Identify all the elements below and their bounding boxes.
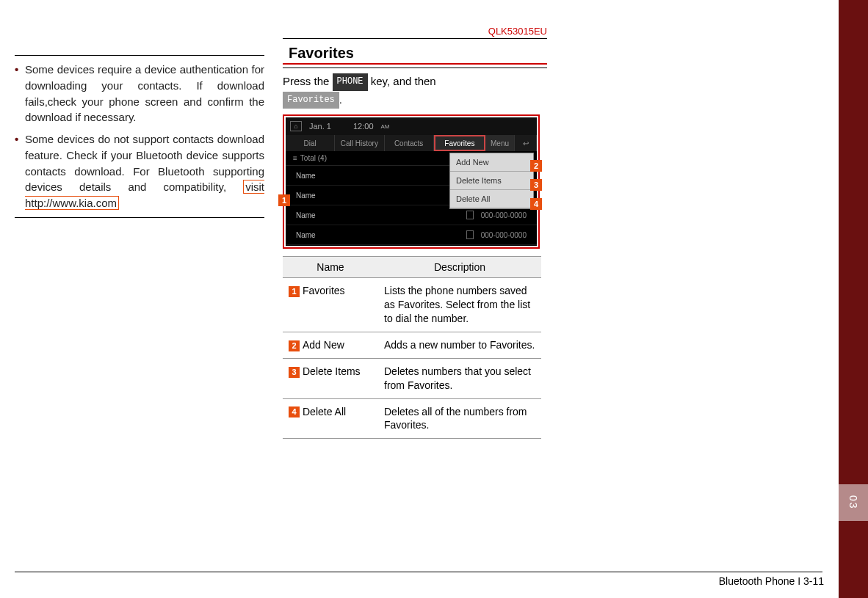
note-bullet-2: • Some devices do not support contacts d…	[15, 131, 264, 211]
chapter-tab: 03	[839, 484, 868, 521]
instr-suffix: .	[339, 93, 342, 106]
mobile-icon	[466, 230, 474, 239]
right-column: QLK53015EU Favorites Press the PHONE key…	[283, 26, 547, 439]
status-date: Jan. 1	[309, 122, 331, 131]
tab-contacts[interactable]: Contacts	[385, 135, 434, 151]
phone-key: PHONE	[333, 73, 368, 90]
th-name: Name	[283, 257, 378, 278]
row-desc: Deletes numbers that you select from Fav…	[378, 358, 541, 398]
row-name: Delete Items	[303, 365, 361, 377]
table-row: 2Add New Adds a new number to Favorites.	[283, 332, 541, 358]
row-phone: 000-000-0000	[481, 231, 527, 239]
table-row: 3Delete Items Deletes numbers that you s…	[283, 358, 541, 398]
row-name: Delete All	[303, 406, 346, 417]
table-row: 1Favorites Lists the phone numbers saved…	[283, 278, 541, 332]
row-name: Name	[296, 211, 466, 219]
callout-1: 1	[278, 194, 290, 206]
mobile-icon	[466, 211, 474, 219]
tab-dial[interactable]: Dial	[286, 135, 335, 151]
row-num: 3	[289, 367, 300, 378]
description-table: Name Description 1Favorites Lists the ph…	[283, 256, 541, 439]
instr-prefix: Press the	[283, 75, 333, 87]
rule	[283, 68, 547, 68]
row-name: Favorites	[303, 285, 345, 296]
row-desc: Deletes all of the numbers from Favorite…	[378, 398, 541, 439]
note-bullet-1: • Some devices require a device authenti…	[15, 62, 264, 125]
tab-favorites[interactable]: Favorites	[434, 135, 485, 151]
tab-menu[interactable]: Menu	[485, 135, 515, 151]
rule	[15, 55, 264, 56]
list-icon: ≡	[293, 154, 297, 162]
table-row: 4Delete All Deletes all of the numbers f…	[283, 398, 541, 439]
callout-3: 3	[530, 179, 542, 191]
row-name: Add New	[303, 339, 344, 351]
note-text-2: Some devices do not support contacts dow…	[25, 133, 264, 193]
menu-add-new[interactable]: Add New	[450, 153, 533, 172]
row-num: 2	[289, 340, 300, 351]
th-description: Description	[378, 257, 541, 278]
favorites-key: Favorites	[283, 92, 339, 109]
doc-code: QLK53015EU	[283, 26, 547, 37]
instruction-text: Press the PHONE key, and then Favorites.	[283, 73, 547, 109]
row-num: 4	[289, 406, 300, 417]
row-phone: 000-000-0000	[481, 211, 527, 219]
row-name: Name	[296, 231, 466, 239]
screenshot-wrapper: ⌂ Jan. 1 12:00 AM Dial Call History Cont…	[283, 114, 540, 249]
rule	[15, 217, 264, 218]
bullet-dot: •	[15, 131, 18, 147]
note-text-1: Some devices require a device authentica…	[25, 63, 264, 123]
instr-mid: key, and then	[371, 75, 436, 87]
home-icon: ⌂	[290, 121, 302, 131]
infotainment-screenshot: ⌂ Jan. 1 12:00 AM Dial Call History Cont…	[286, 117, 537, 246]
callout-2: 2	[530, 160, 542, 172]
row-desc: Adds a new number to Favorites.	[378, 332, 541, 358]
total-label: Total (4)	[300, 154, 327, 162]
menu-delete-all[interactable]: Delete All	[450, 190, 533, 208]
footer-text: Bluetooth Phone I 3-11	[719, 575, 824, 587]
bullet-dot: •	[15, 62, 18, 78]
section-title: Favorites	[283, 39, 547, 65]
tab-call-history[interactable]: Call History	[335, 135, 384, 151]
status-time: 12:00	[353, 122, 374, 131]
dropdown-menu: Add New Delete Items Delete All	[449, 153, 534, 209]
callout-4: 4	[530, 198, 542, 210]
list-item[interactable]: Name000-000-0000	[286, 225, 537, 245]
row-desc: Lists the phone numbers saved as Favorit…	[378, 278, 541, 332]
status-bar: ⌂ Jan. 1 12:00 AM	[286, 117, 537, 135]
left-column: • Some devices require a device authenti…	[15, 55, 264, 218]
row-num: 1	[289, 286, 300, 297]
tab-bar: Dial Call History Contacts Favorites Men…	[286, 135, 537, 151]
back-icon[interactable]: ↩	[515, 135, 537, 151]
menu-delete-items[interactable]: Delete Items	[450, 172, 533, 190]
status-ampm: AM	[381, 123, 390, 130]
footer-rule	[15, 572, 822, 572]
